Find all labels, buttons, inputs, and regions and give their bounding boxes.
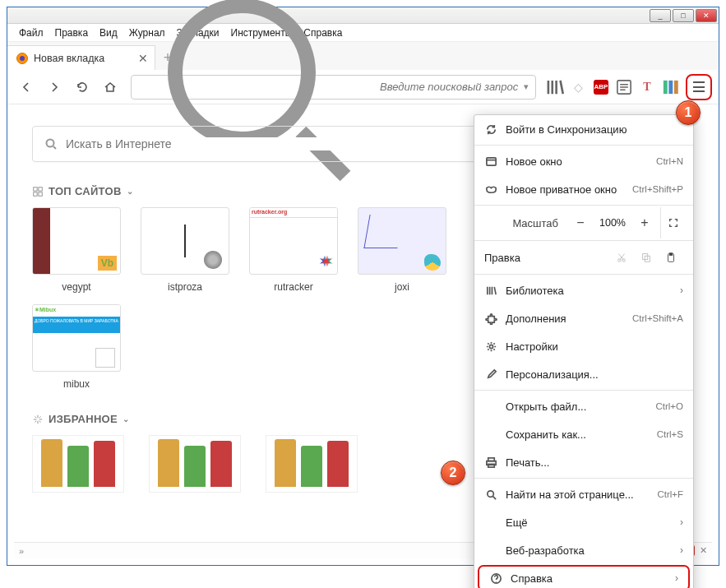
address-input[interactable] <box>380 81 519 93</box>
library-icon <box>484 285 497 297</box>
edit-label: Правка <box>484 252 609 264</box>
menu-label: Настройки <box>506 340 683 353</box>
menu-item-more[interactable]: Ещё › <box>474 508 693 536</box>
pocket-icon[interactable]: ◇ <box>567 76 589 98</box>
browser-window: _ □ ✕ Файл Правка Вид Журнал Закладки Ин… <box>7 7 719 566</box>
window-maximize-button[interactable]: □ <box>673 9 694 22</box>
navbar: ▾ ◇ ABP T <box>7 70 719 104</box>
chevron-down-icon: ⌄ <box>127 187 133 196</box>
status-chevron-icon[interactable]: » <box>19 546 24 556</box>
window-icon <box>484 155 497 168</box>
tile-vegypt[interactable]: vegypt <box>32 207 121 293</box>
reader-icon[interactable] <box>613 76 635 98</box>
abp-icon[interactable]: ABP <box>590 76 612 98</box>
thumbnail: rutracker.org <box>249 207 338 275</box>
menu-item-open-file[interactable]: Открыть файл... Ctrl+O <box>474 392 693 420</box>
copy-icon[interactable] <box>634 252 659 263</box>
svg-rect-6 <box>674 80 678 93</box>
toolbar-icons: ◇ ABP T <box>544 74 712 100</box>
print-icon <box>484 456 497 469</box>
help-icon <box>489 572 502 585</box>
favorite-thumb[interactable] <box>266 435 358 493</box>
svg-point-23 <box>487 490 493 497</box>
gear-icon <box>484 340 497 353</box>
zoom-label: Масштаб <box>483 217 565 229</box>
menu-edit[interactable]: Правка <box>50 25 94 40</box>
tile-label: istproza <box>141 281 229 293</box>
menu-item-addons[interactable]: Дополнения Ctrl+Shift+A <box>474 304 693 332</box>
tile-label: rutracker <box>249 281 338 293</box>
cut-icon[interactable] <box>609 252 634 263</box>
tile-joxi[interactable]: joxi <box>358 207 446 293</box>
hamburger-highlight <box>686 74 712 100</box>
search-icon <box>44 137 58 150</box>
paste-icon[interactable] <box>659 252 683 263</box>
menu-file[interactable]: Файл <box>14 25 49 40</box>
menu-label: Персонализация... <box>506 368 683 381</box>
menu-label: Сохранить как... <box>506 428 649 441</box>
status-close-icon[interactable]: ✕ <box>700 545 707 556</box>
tab-new[interactable]: Новая вкладка ✕ <box>7 45 155 70</box>
svg-rect-5 <box>668 80 673 93</box>
menu-view[interactable]: Вид <box>95 25 123 40</box>
chevron-right-icon: › <box>680 544 683 556</box>
tile-rutracker[interactable]: rutracker.org rutracker <box>249 207 338 293</box>
favorite-thumb[interactable] <box>32 435 124 493</box>
zoom-in-button[interactable]: + <box>632 211 657 234</box>
chevron-right-icon: › <box>680 516 683 528</box>
hamburger-menu-button[interactable] <box>689 77 709 97</box>
menu-item-sync[interactable]: Войти в Синхронизацию <box>474 115 693 143</box>
thumbnail <box>358 207 446 275</box>
tile-label: vegypt <box>32 281 121 293</box>
menu-item-settings[interactable]: Настройки <box>474 332 693 360</box>
svg-rect-11 <box>39 192 42 195</box>
fullscreen-button[interactable] <box>660 207 685 238</box>
addr-dropdown-icon[interactable]: ▾ <box>524 81 529 92</box>
menu-item-new-window[interactable]: Новое окно Ctrl+N <box>474 147 693 175</box>
menu-label: Ещё <box>506 516 672 529</box>
menu-label: Справка <box>511 572 667 585</box>
address-bar[interactable]: ▾ <box>131 75 536 100</box>
menu-label: Найти на этой странице... <box>506 488 649 501</box>
svg-rect-9 <box>39 187 42 190</box>
menu-item-library[interactable]: Библиотека › <box>474 276 693 304</box>
favorite-thumb[interactable] <box>149 435 241 493</box>
menu-item-find[interactable]: Найти на этой странице... Ctrl+F <box>474 480 693 508</box>
topsites-label: ТОП САЙТОВ <box>49 185 122 197</box>
svg-point-1 <box>20 56 25 61</box>
menu-label: Новое окно <box>506 155 648 168</box>
zoom-out-button[interactable]: − <box>568 211 593 234</box>
menu-item-webdev[interactable]: Веб-разработка › <box>474 536 693 564</box>
forward-button[interactable] <box>42 75 67 100</box>
menu-item-customize[interactable]: Персонализация... <box>474 360 693 388</box>
tab-close-icon[interactable]: ✕ <box>138 52 148 65</box>
window-close-button[interactable]: ✕ <box>696 9 717 22</box>
window-minimize-button[interactable]: _ <box>650 9 671 22</box>
back-button[interactable] <box>14 75 39 100</box>
menu-label: Новое приватное окно <box>506 183 624 196</box>
sparkle-icon <box>32 414 44 425</box>
svg-rect-10 <box>34 192 37 195</box>
tile-istproza[interactable]: istproza <box>141 207 229 293</box>
home-button[interactable] <box>98 75 123 100</box>
puzzle-icon <box>484 313 497 325</box>
menu-shortcut: Ctrl+Shift+P <box>632 184 683 194</box>
bookmarks-icon[interactable] <box>659 76 681 98</box>
mask-icon <box>484 183 497 196</box>
t-icon[interactable]: T <box>636 76 658 98</box>
callout-1: 1 <box>676 100 701 125</box>
menu-item-print[interactable]: Печать... <box>474 448 693 476</box>
menu-label: Дополнения <box>506 313 624 325</box>
thumbnail: ✶Mibux ДОБРО ПОЖАЛОВАТЬ В МИР ЗАРАБОТКА <box>32 304 121 372</box>
menu-label: Библиотека <box>506 285 672 297</box>
firefox-icon <box>16 52 29 65</box>
favorites-label: ИЗБРАННОЕ <box>49 413 118 425</box>
menu-shortcut: Ctrl+O <box>655 401 683 411</box>
reload-button[interactable] <box>70 75 95 100</box>
library-icon[interactable] <box>544 76 566 98</box>
tab-title: Новая вкладка <box>34 53 104 64</box>
menu-item-save-as[interactable]: Сохранить как... Ctrl+S <box>474 420 693 448</box>
menu-item-help[interactable]: Справка › <box>478 565 690 588</box>
menu-item-new-private[interactable]: Новое приватное окно Ctrl+Shift+P <box>474 175 693 203</box>
tile-mibux[interactable]: ✶Mibux ДОБРО ПОЖАЛОВАТЬ В МИР ЗАРАБОТКА … <box>32 304 121 390</box>
